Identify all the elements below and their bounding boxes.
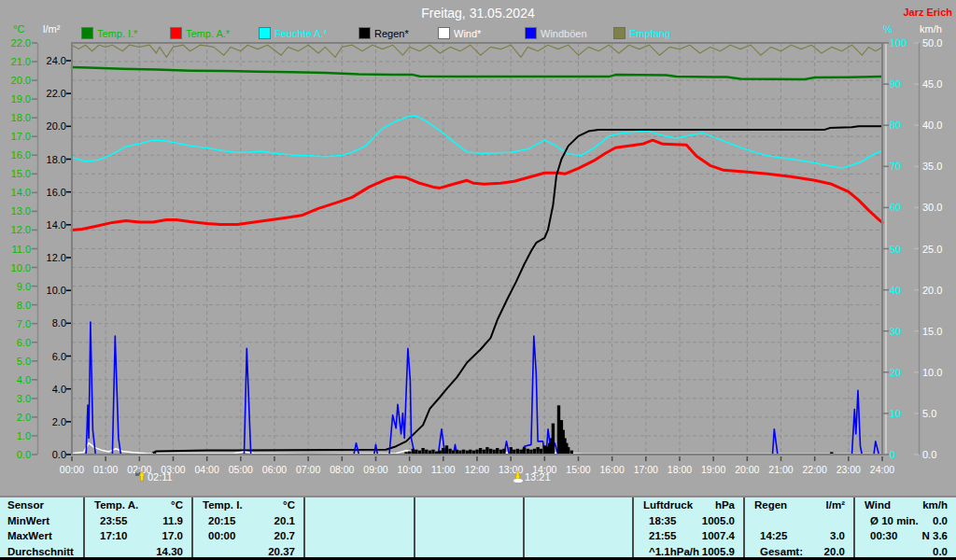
svg-text:15.0: 15.0: [11, 168, 31, 179]
axis-C: 0.01.02.03.04.05.06.07.08.09.010.011.012…: [11, 37, 38, 460]
value-time: [534, 513, 540, 529]
svg-text:14.0: 14.0: [11, 187, 31, 198]
svg-text:17:00: 17:00: [634, 464, 658, 475]
svg-text:50.0: 50.0: [922, 37, 942, 49]
table-group-empty-4: [523, 497, 632, 559]
value-time: [315, 513, 320, 529]
svg-text:70: 70: [890, 161, 901, 172]
sensor-unit: °C: [171, 497, 183, 513]
axis-kmh: 0.05.010.015.020.025.030.035.040.045.050…: [914, 37, 942, 460]
svg-text:20.0: 20.0: [47, 120, 66, 132]
svg-text:20:00: 20:00: [735, 464, 759, 475]
svg-text:20.0: 20.0: [11, 75, 31, 86]
svg-text:25.0: 25.0: [922, 244, 942, 255]
svg-text:22.0: 22.0: [47, 88, 66, 99]
table-data-row: [305, 513, 414, 529]
svg-text:22:00: 22:00: [803, 464, 827, 475]
statistics-table: SensorMinWertMaxWertDurchschnittTemp. A.…: [0, 496, 956, 559]
svg-text:10.0: 10.0: [47, 285, 66, 296]
table-data-row: 17:1017.0: [85, 528, 191, 544]
svg-text:40.0: 40.0: [922, 119, 942, 131]
table-row-label: Sensor: [0, 497, 83, 513]
table-data-row: [745, 513, 853, 529]
row-label-text: Sensor: [7, 497, 44, 513]
svg-text:12.0: 12.0: [11, 224, 31, 235]
sensor-name: Luftdruck: [643, 497, 693, 513]
svg-text:80: 80: [890, 119, 901, 131]
sensor-unit: km/h: [922, 497, 948, 513]
table-group-luftdruck: LuftdruckhPa18:351005.021:551007.4^1.1hP…: [632, 497, 743, 559]
svg-text:19.0: 19.0: [11, 93, 31, 105]
sensor-name: Regen: [754, 497, 787, 513]
value-time: 14:25: [754, 528, 787, 544]
value-time: 17:10: [94, 528, 127, 544]
svg-text:2.0: 2.0: [52, 416, 66, 427]
svg-text:45.0: 45.0: [922, 78, 942, 90]
svg-text:12:00: 12:00: [465, 464, 489, 475]
svg-text:6.0: 6.0: [17, 337, 31, 348]
svg-text:100: 100: [890, 37, 907, 49]
value-time: 21:55: [643, 528, 676, 544]
series-regen-rate: [153, 405, 834, 455]
svg-text:35.0: 35.0: [922, 161, 942, 172]
value-time: Ø 10 min.: [865, 513, 919, 529]
event-marker-time: 13:21: [525, 471, 551, 483]
row-label-text: MaxWert: [7, 528, 52, 544]
weather-station-app: Freitag, 31.05.2024 Jarz Erich °C l/m² %…: [0, 0, 956, 560]
sunset-marker-icon: [512, 470, 524, 483]
svg-text:22.0: 22.0: [11, 37, 31, 49]
table-group-header: Temp. A.°C: [85, 497, 191, 513]
table-data-row: 00:0020.7: [193, 528, 303, 544]
svg-text:12.0: 12.0: [47, 252, 66, 263]
svg-text:09:00: 09:00: [363, 464, 387, 475]
svg-text:08:00: 08:00: [330, 464, 354, 475]
table-data-row: 23:5511.9: [85, 513, 191, 529]
svg-text:0.0: 0.0: [17, 449, 31, 460]
x-axis: 00:0001:0002:0003:0004:0005:0006:0007:00…: [60, 456, 894, 475]
value-time: 00:00: [203, 528, 235, 544]
svg-text:9.0: 9.0: [17, 281, 31, 292]
table-data-row: 14:253.0: [745, 528, 853, 544]
svg-text:20.0: 20.0: [922, 285, 942, 296]
sunrise-marker-icon: [134, 470, 147, 483]
table-data-row: 21:551007.4: [634, 528, 743, 544]
svg-text:21.0: 21.0: [11, 56, 31, 67]
table-group-regen: Regenl/m²14:253.0Gesamt:20.0: [743, 497, 853, 559]
svg-text:10:00: 10:00: [398, 464, 422, 475]
svg-text:16.0: 16.0: [11, 149, 31, 161]
sensor-unit: °C: [283, 497, 295, 513]
value-number: N 3.6: [922, 528, 949, 544]
svg-text:05:00: 05:00: [229, 464, 253, 475]
svg-text:10.0: 10.0: [922, 367, 942, 378]
row-label-text: MinWert: [7, 513, 49, 529]
value-time: 18:35: [643, 513, 676, 529]
table-group-header: LuftdruckhPa: [634, 497, 743, 513]
value-time: 20:15: [203, 513, 235, 529]
value-number: 20.1: [274, 513, 295, 529]
svg-text:10: 10: [890, 408, 901, 419]
value-number: 11.9: [162, 513, 183, 529]
svg-text:40: 40: [890, 285, 901, 296]
event-marker-1321: 13:21: [512, 470, 551, 483]
svg-text:11.0: 11.0: [11, 244, 31, 255]
svg-text:14.0: 14.0: [47, 219, 66, 231]
chart-canvas: 0.01.02.03.04.05.06.07.08.09.010.011.012…: [0, 0, 956, 495]
table-group-header: [305, 497, 414, 513]
sensor-name: Temp. A.: [94, 497, 138, 513]
svg-text:0.0: 0.0: [52, 449, 66, 460]
table-row-labels: SensorMinWertMaxWertDurchschnitt: [0, 497, 83, 559]
svg-text:16:00: 16:00: [600, 464, 625, 475]
table-data-row: [415, 528, 523, 544]
svg-text:7.0: 7.0: [17, 318, 31, 329]
value-time: [754, 513, 760, 529]
svg-text:20: 20: [890, 367, 901, 378]
table-group-header: Temp. I.°C: [193, 497, 303, 513]
table-group-wind: Windkm/hØ 10 min.0.000:30N 3.60.0: [853, 497, 956, 559]
svg-text:30: 30: [890, 326, 901, 337]
svg-text:8.0: 8.0: [52, 317, 66, 329]
svg-text:01:00: 01:00: [93, 464, 118, 475]
table-row-label: MinWert: [0, 513, 83, 529]
svg-text:24:00: 24:00: [870, 464, 894, 475]
svg-text:19:00: 19:00: [701, 464, 725, 475]
svg-text:21:00: 21:00: [768, 464, 793, 475]
